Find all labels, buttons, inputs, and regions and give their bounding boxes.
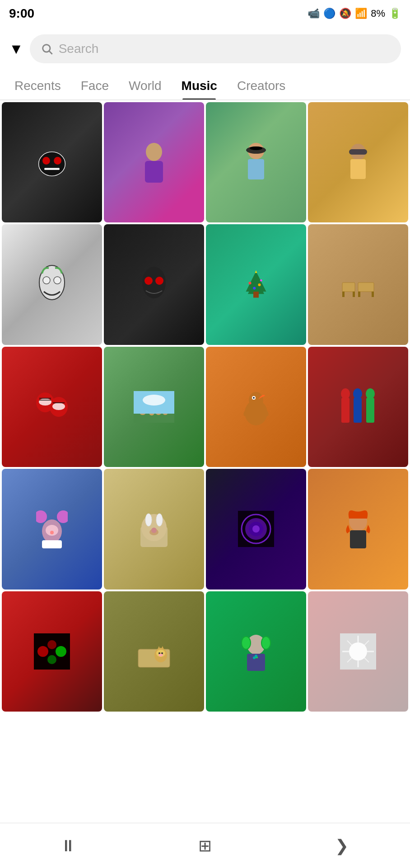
svg-rect-66 [140, 527, 168, 547]
svg-rect-78 [350, 530, 366, 548]
svg-point-3 [42, 157, 50, 165]
svg-rect-31 [358, 283, 374, 292]
svg-point-25 [249, 282, 252, 284]
back-icon: ❯ [335, 836, 349, 855]
svg-rect-8 [145, 161, 163, 183]
svg-point-68 [145, 514, 152, 526]
svg-line-105 [347, 641, 352, 646]
svg-point-26 [258, 283, 261, 286]
svg-point-20 [144, 277, 153, 285]
status-bar: 9:00 📹 🔵 🔕 📶 8% 🔋 [0, 0, 410, 27]
svg-point-67 [141, 514, 167, 541]
svg-point-89 [158, 652, 160, 654]
grid-item-12[interactable] [308, 347, 408, 467]
svg-point-100 [349, 642, 367, 660]
grid-item-1[interactable] [2, 102, 102, 222]
troll-icon [36, 146, 68, 178]
grid-item-13[interactable] [2, 469, 102, 589]
grid-item-11[interactable] [206, 347, 306, 467]
grid-item-5[interactable] [2, 224, 102, 344]
sunglasses-icon [345, 142, 372, 183]
search-area: ▼ Search [0, 27, 410, 71]
grid-item-23[interactable] [206, 591, 306, 712]
svg-point-75 [249, 522, 263, 536]
svg-marker-22 [246, 271, 266, 292]
svg-point-61 [57, 510, 68, 523]
outdoor-icon [242, 142, 270, 183]
grid-item-7[interactable] [206, 224, 306, 344]
svg-point-51 [249, 392, 263, 408]
svg-point-57 [341, 388, 350, 399]
pause-button[interactable]: ⏸ [50, 832, 86, 859]
mouse-ears-icon [36, 509, 68, 549]
svg-point-98 [253, 656, 256, 659]
svg-point-83 [47, 655, 56, 664]
search-bar-container[interactable]: Search [30, 34, 401, 63]
tab-creators[interactable]: Creators [227, 71, 295, 99]
grid-item-20[interactable] [308, 469, 408, 589]
svg-point-64 [50, 531, 54, 534]
svg-rect-35 [372, 292, 374, 297]
turkey-icon [240, 387, 272, 427]
tab-recents[interactable]: Recents [5, 71, 71, 99]
dropdown-arrow[interactable]: ▼ [9, 41, 23, 57]
grid-item-19[interactable] [206, 469, 306, 589]
camera-icon: 📹 [308, 8, 320, 19]
grid-item-10[interactable] [104, 347, 204, 467]
svg-point-2 [39, 152, 65, 176]
svg-marker-23 [248, 276, 264, 294]
gamer-icon [242, 631, 271, 672]
svg-point-76 [252, 525, 260, 533]
svg-marker-88 [161, 646, 164, 650]
grid-button[interactable]: ⊞ [187, 832, 223, 859]
status-icons: 📹 🔵 🔕 📶 8% 🔋 [308, 8, 401, 19]
svg-point-13 [350, 144, 366, 160]
mute-icon: 🔕 [339, 8, 351, 19]
svg-rect-24 [253, 292, 259, 298]
svg-rect-99 [340, 633, 376, 670]
svg-point-59 [366, 388, 375, 399]
tab-face[interactable]: Face [71, 71, 119, 99]
furniture-icon [340, 271, 376, 298]
svg-point-91 [158, 654, 163, 656]
svg-rect-33 [353, 292, 355, 297]
grid-item-6[interactable] [104, 224, 204, 344]
svg-point-47 [163, 410, 168, 415]
grid-item-3[interactable] [206, 102, 306, 222]
svg-point-5 [43, 166, 61, 173]
cat-furniture-icon [136, 633, 172, 670]
back-button[interactable]: ❯ [324, 832, 360, 859]
svg-point-60 [36, 510, 47, 523]
redhead-icon [345, 509, 372, 549]
svg-point-85 [154, 648, 167, 662]
svg-rect-6 [44, 168, 60, 170]
svg-rect-56 [366, 398, 374, 423]
tab-music[interactable]: Music [172, 71, 227, 99]
grid-item-4[interactable] [308, 102, 408, 222]
svg-rect-54 [341, 398, 349, 423]
svg-line-1 [49, 51, 52, 54]
svg-rect-30 [342, 283, 355, 292]
svg-rect-10 [248, 159, 264, 179]
search-icon [41, 42, 53, 55]
grid-item-8[interactable] [308, 224, 408, 344]
tab-world[interactable]: World [119, 71, 172, 99]
grid-item-24[interactable] [308, 591, 408, 712]
svg-point-0 [42, 45, 50, 52]
svg-point-37 [50, 397, 68, 417]
grid-item-14[interactable] [104, 469, 204, 589]
bunny-dog-icon [138, 509, 170, 549]
status-time: 9:00 [9, 6, 34, 21]
grid-item-2[interactable] [104, 102, 204, 222]
svg-point-73 [242, 514, 270, 543]
svg-point-81 [56, 646, 66, 657]
pause-icon: ⏸ [60, 836, 76, 855]
svg-rect-65 [42, 540, 62, 548]
moon-filter-icon [238, 511, 274, 547]
grid-item-9[interactable] [2, 347, 102, 467]
svg-point-62 [42, 519, 62, 543]
grid-item-21[interactable] [2, 591, 102, 712]
grid-item-22[interactable] [104, 591, 204, 712]
svg-point-12 [250, 146, 262, 150]
svg-point-71 [151, 528, 157, 533]
